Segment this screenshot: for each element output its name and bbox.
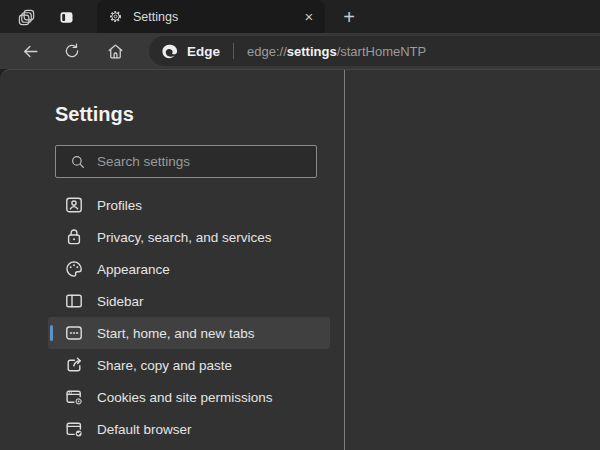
settings-page: Settings Profiles Privacy, search, and s… (0, 69, 600, 450)
settings-content-pane (345, 70, 600, 450)
appearance-palette-icon (64, 259, 84, 279)
home-button[interactable] (100, 36, 130, 66)
settings-nav-item[interactable]: Share, copy and paste (48, 349, 330, 381)
new-tab-button[interactable]: + (334, 3, 364, 31)
privacy-lock-icon (64, 227, 84, 247)
start-home-tabs-icon (64, 323, 84, 343)
settings-nav-item[interactable]: Sidebar (48, 285, 330, 317)
edge-logo-icon (162, 43, 179, 60)
tab-actions-icon (58, 9, 75, 26)
search-input[interactable] (97, 154, 308, 169)
tab-settings[interactable]: Settings × (97, 0, 325, 33)
selected-indicator (50, 325, 53, 341)
tab-title: Settings (133, 10, 299, 24)
gear-icon (108, 9, 123, 24)
home-icon (106, 42, 125, 61)
tab-actions-menu-button[interactable] (49, 3, 83, 31)
refresh-icon (63, 42, 81, 60)
address-separator (233, 43, 234, 59)
site-name-label: Edge (187, 44, 220, 59)
search-icon (56, 154, 86, 170)
settings-nav: Profiles Privacy, search, and services A… (0, 189, 344, 445)
tab-close-button[interactable]: × (299, 7, 319, 27)
settings-search-box (55, 145, 317, 178)
settings-nav-item[interactable]: Start, home, and new tabs (48, 317, 330, 349)
workspaces-icon (17, 8, 36, 27)
back-arrow-icon (21, 42, 40, 61)
share-icon (64, 355, 84, 375)
workspaces-button[interactable] (9, 3, 43, 31)
back-button[interactable] (15, 36, 45, 66)
navigation-toolbar: Edge edge://settings/startHomeNTP (0, 33, 600, 69)
default-browser-icon (64, 419, 84, 439)
settings-sidebar: Settings Profiles Privacy, search, and s… (0, 70, 345, 450)
page-title: Settings (55, 103, 344, 126)
profiles-icon (64, 195, 84, 215)
settings-nav-item[interactable]: Profiles (48, 189, 330, 221)
settings-nav-item[interactable]: Appearance (48, 253, 330, 285)
settings-nav-item[interactable]: Privacy, search, and services (48, 221, 330, 253)
settings-nav-item[interactable]: Cookies and site permissions (48, 381, 330, 413)
settings-nav-item[interactable]: Default browser (48, 413, 330, 445)
tab-strip: Settings × + (0, 0, 600, 33)
sidebar-layout-icon (64, 291, 84, 311)
refresh-button[interactable] (57, 36, 87, 66)
address-bar[interactable]: Edge edge://settings/startHomeNTP (149, 36, 600, 66)
url-text: edge://settings/startHomeNTP (247, 44, 426, 59)
cookies-permissions-icon (64, 387, 84, 407)
